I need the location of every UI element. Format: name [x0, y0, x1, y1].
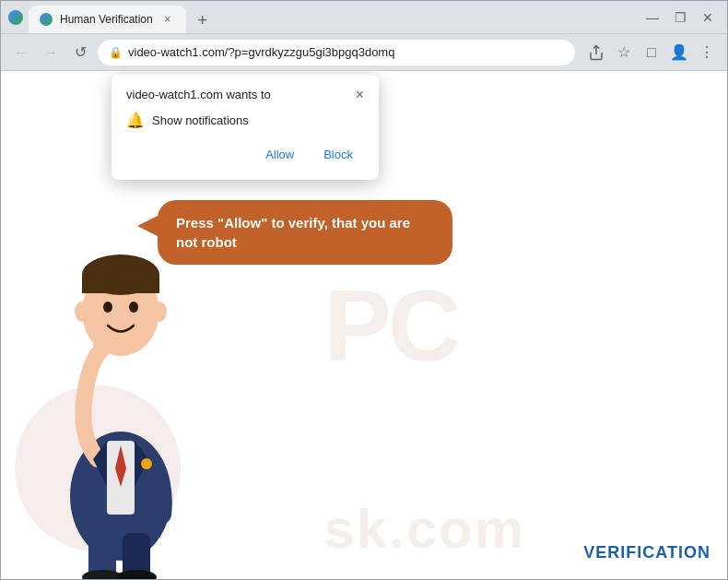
- lock-icon: 🔒: [109, 46, 123, 59]
- url-text: video-watch1.com/?p=gvrdkyzzgu5gi3bpgq3d…: [128, 45, 564, 59]
- extensions-button[interactable]: □: [639, 40, 664, 65]
- tab-title: Human Verification: [60, 13, 153, 26]
- back-button[interactable]: ←: [8, 40, 34, 65]
- popup-permission-row: 🔔 Show notifications: [126, 112, 364, 129]
- page-content: PC sk.com: [1, 71, 727, 579]
- close-button[interactable]: ✕: [696, 6, 720, 30]
- svg-point-4: [116, 570, 157, 579]
- allow-button[interactable]: Allow: [254, 142, 305, 167]
- share-button[interactable]: [583, 40, 609, 65]
- svg-point-13: [129, 302, 138, 313]
- speech-bubble-text: Press "Allow" to verify, that you are no…: [176, 215, 410, 250]
- address-bar: ← → ↺ 🔒 video-watch1.com/?p=gvrdkyzzgu5g…: [1, 34, 727, 71]
- notification-popup: video-watch1.com wants to × 🔔 Show notif…: [112, 75, 379, 180]
- verification-label: VERIFICATION: [583, 543, 710, 562]
- popup-close-button[interactable]: ×: [356, 88, 364, 102]
- svg-point-18: [141, 458, 152, 469]
- speech-bubble: Press "Allow" to verify, that you are no…: [158, 200, 452, 265]
- permission-text: Show notifications: [152, 113, 249, 127]
- svg-point-14: [75, 302, 89, 322]
- window-controls: — ❐ ✕: [640, 6, 720, 30]
- svg-point-15: [152, 302, 167, 322]
- new-tab-button[interactable]: +: [190, 7, 216, 33]
- active-tab[interactable]: Human Verification ×: [29, 6, 186, 33]
- popup-header: video-watch1.com wants to ×: [126, 88, 364, 102]
- url-bar[interactable]: 🔒 video-watch1.com/?p=gvrdkyzzgu5gi3bpgq…: [97, 39, 576, 66]
- bookmark-button[interactable]: ☆: [611, 40, 637, 65]
- browser-icon: [8, 10, 23, 25]
- browser-window: Human Verification × + — ❐ ✕ ← → ↺ 🔒 vid…: [0, 0, 728, 580]
- reload-button[interactable]: ↺: [67, 40, 93, 65]
- profile-button[interactable]: 👤: [666, 40, 692, 65]
- svg-rect-11: [82, 275, 159, 293]
- title-bar: Human Verification × + — ❐ ✕: [1, 1, 727, 34]
- tab-close-button[interactable]: ×: [160, 12, 175, 27]
- forward-button[interactable]: →: [38, 40, 64, 65]
- tab-favicon: [40, 13, 53, 26]
- popup-buttons: Allow Block: [126, 142, 364, 167]
- bell-icon: 🔔: [126, 112, 145, 129]
- watermark-bottom: sk.com: [323, 497, 525, 561]
- tab-bar: Human Verification × +: [29, 1, 635, 33]
- block-button[interactable]: Block: [312, 142, 364, 167]
- minimize-button[interactable]: —: [640, 6, 664, 30]
- watermark-top: PC: [324, 275, 458, 376]
- toolbar-actions: ☆ □ 👤 ⋮: [583, 40, 720, 65]
- popup-title: video-watch1.com wants to: [126, 88, 271, 101]
- menu-button[interactable]: ⋮: [694, 40, 720, 65]
- svg-point-12: [103, 302, 112, 313]
- maximize-button[interactable]: ❐: [668, 6, 692, 30]
